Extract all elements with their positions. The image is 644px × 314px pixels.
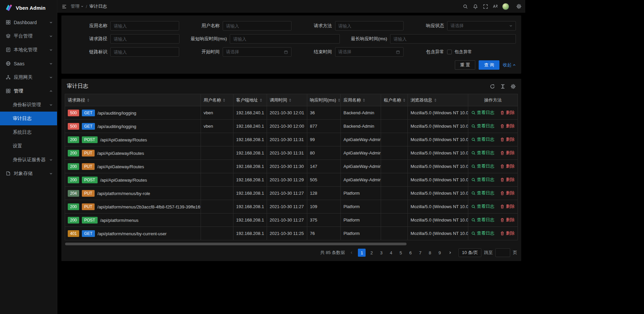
fullscreen-icon[interactable] [480, 0, 490, 13]
max-response-input[interactable] [390, 34, 516, 44]
sort-icon[interactable] [260, 99, 262, 102]
sidebar-item-audit-log[interactable]: 审计日志 [0, 112, 57, 125]
sidebar-item-system-log[interactable]: 系统日志 [0, 125, 57, 139]
client-address-cell: 192.168.208.1 [233, 160, 267, 173]
menu-label: 审计日志 [13, 116, 53, 122]
request-path-input[interactable] [110, 34, 179, 44]
min-response-label: 最短响应时间(ms) [179, 36, 230, 42]
include-exception-checkbox[interactable] [447, 50, 452, 54]
delete-button[interactable]: 删除 [500, 177, 515, 183]
sidebar-item-settings[interactable]: 设置 [0, 139, 57, 153]
page-button[interactable]: 7 [416, 249, 424, 257]
delete-button[interactable]: 删除 [500, 190, 515, 196]
sort-icon[interactable] [403, 99, 405, 102]
horizontal-scrollbar[interactable] [65, 243, 518, 245]
sort-icon[interactable] [223, 99, 225, 102]
request-path: /api/platform/menus/by-role [97, 191, 150, 196]
view-log-button[interactable]: 查看日志 [471, 163, 494, 169]
page-button[interactable]: 9 [436, 249, 443, 257]
breadcrumb-root[interactable]: 管理 [71, 3, 84, 9]
menu-fold-icon[interactable] [57, 0, 71, 13]
jump-page-input[interactable] [495, 248, 510, 257]
view-log-button[interactable]: 查看日志 [471, 136, 494, 142]
app-logo[interactable]: Vben Admin [0, 0, 57, 15]
query-button[interactable]: 查 询 [479, 60, 499, 70]
sidebar: Vben Admin Dashboard 平台管理 [0, 0, 57, 314]
row-height-icon[interactable] [500, 84, 505, 89]
col-browser-info: 浏览器信息 [408, 94, 468, 106]
refresh-icon[interactable] [490, 84, 495, 89]
include-exception-label: 包含异常 [404, 49, 447, 55]
sidebar-item-saas[interactable]: Saas [0, 57, 57, 70]
pagination: 共 85 条数据 1 2 3 4 5 6 7 8 9 10 条/页 跳至 页 [65, 248, 518, 257]
page-button[interactable]: 2 [368, 249, 375, 257]
sidebar-item-localization[interactable]: 本地化管理 [0, 43, 57, 57]
page-button[interactable]: 5 [397, 249, 405, 257]
http-method-input[interactable] [335, 21, 404, 30]
delete-button[interactable]: 删除 [500, 110, 515, 116]
reset-button[interactable]: 重 置 [455, 60, 476, 70]
start-time-datepicker[interactable]: 请选择 [223, 47, 291, 57]
page-button[interactable]: 8 [426, 249, 434, 257]
view-log-button[interactable]: 查看日志 [471, 110, 494, 116]
view-log-button[interactable]: 查看日志 [471, 203, 494, 209]
view-log-button[interactable]: 查看日志 [471, 150, 494, 156]
sidebar-item-object-storage[interactable]: 对象存储 [0, 167, 57, 180]
view-log-button[interactable]: 查看日志 [471, 177, 494, 183]
sidebar-item-app-gateway[interactable]: 应用网关 [0, 70, 57, 84]
page-size-select[interactable]: 10 条/页 [459, 248, 481, 257]
delete-button[interactable]: 删除 [500, 163, 515, 169]
scrollbar-thumb[interactable] [65, 243, 407, 245]
sidebar-item-management[interactable]: 管理 [0, 84, 57, 98]
notification-bell-icon[interactable] [470, 0, 480, 13]
view-log-button[interactable]: 查看日志 [471, 123, 494, 129]
sidebar-item-platform-management[interactable]: 平台管理 [0, 29, 57, 43]
table-panel: 审计日志 [61, 79, 521, 261]
delete-button[interactable]: 删除 [500, 203, 515, 209]
request-path-cell: 401GET/api/platform/menus/by-current-use… [65, 227, 201, 240]
prev-page-button[interactable] [347, 249, 355, 257]
delete-button[interactable]: 删除 [500, 217, 515, 223]
trace-id-input[interactable] [110, 47, 179, 57]
settings-gear-icon[interactable] [514, 0, 524, 13]
view-log-button[interactable]: 查看日志 [471, 230, 494, 236]
min-response-input[interactable] [230, 34, 340, 44]
app-name-input[interactable] [110, 21, 179, 30]
delete-button[interactable]: 删除 [500, 136, 515, 142]
page-button[interactable]: 3 [377, 249, 385, 257]
collapse-button[interactable]: 收起 [503, 62, 516, 68]
response-time-cell: 147 [307, 160, 341, 173]
page-button[interactable]: 6 [407, 249, 414, 257]
view-log-button[interactable]: 查看日志 [471, 190, 494, 196]
menu-label: 系统日志 [13, 129, 53, 135]
end-time-datepicker[interactable]: 请选择 [335, 47, 404, 57]
sidebar-item-identity-management[interactable]: 身份标识管理 [0, 98, 57, 112]
next-page-button[interactable] [446, 249, 454, 257]
user-name-input[interactable] [223, 21, 291, 30]
page-button[interactable]: 1 [358, 249, 366, 257]
sidebar-item-auth-server[interactable]: 身份认证服务器 [0, 153, 57, 167]
browser-info-cell: Mozilla/5.0 (Windows NT 10.0; Win [408, 106, 468, 120]
col-response-time: 响应时间(ms) [307, 94, 341, 106]
user-name-cell [201, 146, 233, 160]
delete-button[interactable]: 删除 [500, 230, 515, 236]
sort-icon[interactable] [434, 99, 436, 102]
column-settings-gear-icon[interactable] [511, 84, 516, 89]
field-http-status: 响应状态 请选择 [404, 21, 516, 30]
user-avatar[interactable] [500, 0, 511, 13]
sort-icon[interactable] [338, 99, 340, 102]
search-icon[interactable] [460, 0, 470, 13]
delete-button[interactable]: 删除 [500, 123, 515, 129]
page-button[interactable]: 4 [387, 249, 395, 257]
sort-icon[interactable] [289, 99, 291, 102]
http-status-select[interactable]: 请选择 [447, 21, 516, 30]
sidebar-item-dashboard[interactable]: Dashboard [0, 15, 57, 29]
app-name-cell: ApiGateWay-Admin [341, 133, 381, 146]
top-header: 管理 / 审计日志 [57, 0, 525, 13]
sort-icon[interactable] [363, 99, 365, 102]
translate-icon[interactable] [490, 0, 500, 13]
sort-icon[interactable] [87, 99, 89, 102]
view-log-button[interactable]: 查看日志 [471, 217, 494, 223]
delete-button[interactable]: 删除 [500, 150, 515, 156]
http-method-badge: PUT [82, 203, 95, 210]
